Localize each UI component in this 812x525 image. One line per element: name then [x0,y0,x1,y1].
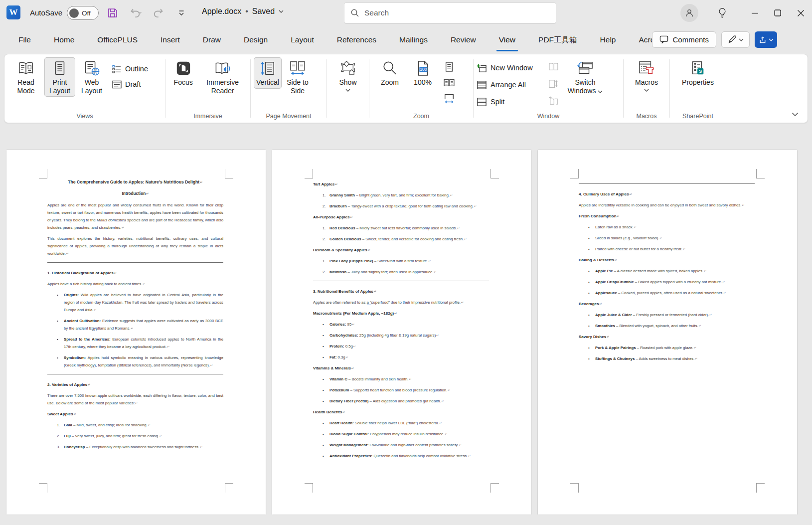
tab-officeplus[interactable]: OfficePLUS [86,26,149,54]
paragraph-mark: ↵ [94,308,96,312]
one-page-button[interactable] [441,60,457,73]
paragraph-mark: ↵ [464,237,467,241]
comments-button[interactable]: Comments [652,31,716,48]
tab-view[interactable]: View [487,26,527,54]
doc-list-item: •Origins: Wild apples are believed to ha… [47,291,223,314]
focus-button[interactable]: Focus [168,57,198,89]
margin-corner-mark [490,483,499,493]
tab-insert[interactable]: Insert [149,26,191,54]
editing-mode-button[interactable] [721,31,750,48]
list-marker: • [57,317,58,325]
split-button[interactable]: Split [477,96,544,107]
paragraph-mark: ↵ [450,193,453,197]
side-to-side-button[interactable]: Side to Side [282,57,314,97]
zoom-100-button[interactable]: 100 100% [407,57,438,89]
view-side-by-side-button[interactable] [545,60,561,73]
close-button[interactable] [789,0,812,26]
zoom-label: Zoom [381,78,399,87]
list-marker: • [323,375,324,383]
tab-design[interactable]: Design [232,26,279,54]
read-mode-button[interactable]: Read Mode [7,57,44,97]
print-layout-button[interactable]: Print Layout [44,57,75,97]
minimize-button[interactable] [743,0,766,26]
page-width-button[interactable] [441,92,457,105]
zoom-button[interactable]: Zoom [372,57,407,89]
collapse-ribbon-button[interactable] [790,111,801,118]
save-button[interactable] [105,5,121,21]
section-divider [47,374,223,374]
list-marker: • [588,278,590,286]
paragraph-mark: ↵ [353,345,356,348]
search-input[interactable] [364,8,550,17]
draft-icon [112,80,122,89]
search-bar[interactable] [344,2,556,23]
paragraph-mark: ↵ [439,421,442,425]
list-marker: • [323,332,324,339]
customize-quick-access-button[interactable] [173,5,189,21]
zoom-100-icon: 100 [414,60,432,77]
web-layout-button[interactable]: Web Layout [75,57,108,97]
doc-text-run: Golden Delicious [329,237,361,241]
synchronous-scrolling-button[interactable] [545,77,561,90]
doc-list-item: •Heart Health: Soluble fiber helps lower… [313,419,489,427]
draft-button[interactable]: Draft [112,79,160,90]
document-page-3[interactable]: 4. Culinary Uses of Apples↵Apples are in… [538,150,797,515]
paragraph-mark: ↵ [615,258,617,262]
tab-review[interactable]: Review [439,26,487,54]
new-window-button[interactable]: New Window [477,62,544,73]
undo-button[interactable] [128,5,144,21]
tell-me-button[interactable] [713,4,731,22]
side-to-side-icon [289,60,307,77]
vertical-button[interactable]: Vertical [254,57,282,89]
tab-references[interactable]: References [325,26,388,54]
doc-text-run: McIntosh [329,270,346,274]
redo-button[interactable] [151,5,166,21]
tab-home[interactable]: Home [42,26,86,54]
doc-h: Vitamins & Minerals↵ [313,364,489,372]
reset-window-position-button[interactable] [545,94,561,107]
doc-text-run: 3. Nutritional Benefits of Apples [313,289,373,294]
properties-icon: S [689,60,707,77]
switch-windows-button[interactable]: Switch Windows [562,57,608,97]
immersive-reader-button[interactable]: Immersive Reader [198,57,247,97]
paragraph-mark: ↵ [442,399,444,403]
tab-mailings[interactable]: Mailings [388,26,439,54]
doc-text-run: – Mild, sweet, and crisp; ideal for snac… [72,423,148,427]
paragraph-mark: ↵ [200,445,202,449]
doc-list-item: •Apple Crisp/Crumble – Baked apples topp… [579,278,755,286]
doc-p: Apples are incredibly versatile in cooki… [579,201,755,209]
account-avatar[interactable] [680,4,698,22]
doc-list-item: •Calories: 95↵ [313,321,489,328]
section-divider [47,262,223,263]
paragraph-mark: ↵ [374,290,376,293]
macros-button[interactable]: Macros [628,57,665,94]
tab-help[interactable]: Help [589,26,628,54]
paragraph-mark: ↵ [617,214,620,218]
properties-button[interactable]: S Properties [675,57,721,89]
document-page-1[interactable]: The Comprehensive Guide to Apples: Natur… [6,150,266,515]
chevron-down-icon [739,38,744,41]
show-button[interactable]: Show [330,57,366,94]
doc-text-run: Introduction [122,191,146,196]
document-title-area[interactable]: Apple.docx • Saved [202,7,284,16]
doc-h: 2. Varieties of Apples↵ [47,381,223,388]
word-logo[interactable]: W [6,5,20,19]
doc-text-run: Apples have a rich history dating back t… [47,282,142,286]
arrange-all-button[interactable]: Arrange All [477,79,544,90]
share-button[interactable] [755,31,777,48]
tab-file[interactable]: File [7,26,42,54]
tab-draw[interactable]: Draw [191,26,232,54]
ribbon-group-immersive: Focus Immersive Reader Immersive [165,54,250,123]
doc-p: This document explores the history, vari… [47,235,223,257]
maximize-button[interactable] [766,0,789,26]
paragraph-mark: ↵ [457,226,460,230]
list-marker: • [323,321,324,328]
tab-pdf-tools[interactable]: PDF工具箱 [527,26,589,54]
doc-list-item: 1.Granny Smith – Bright green, very tart… [313,191,489,199]
document-page-2[interactable]: Tart Apples↵1.Granny Smith – Bright gree… [272,150,531,515]
paragraph-mark: ↵ [352,323,354,326]
outline-button[interactable]: Outline [112,63,160,74]
autosave-toggle[interactable]: Off [67,6,99,20]
multiple-pages-button[interactable] [441,76,457,89]
tab-layout[interactable]: Layout [279,26,325,54]
